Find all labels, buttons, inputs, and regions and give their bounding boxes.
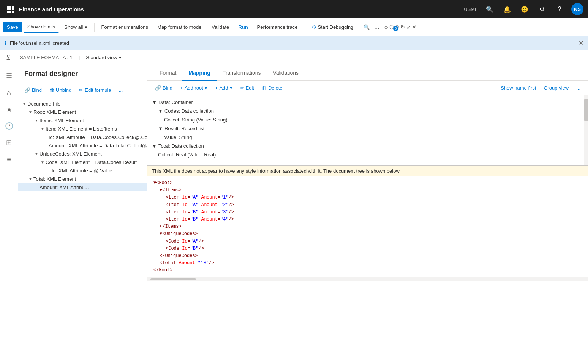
info-close-button[interactable]: ✕ (579, 39, 583, 47)
show-all-button[interactable]: Show all ▾ (60, 22, 91, 32)
edit-formula-button[interactable]: ✏ Edit formula (76, 86, 114, 95)
tree-toggle[interactable]: ▼ (27, 176, 33, 182)
view-dropdown[interactable]: Standard view ▾ (86, 55, 121, 60)
tree-toggle[interactable]: ▼ (27, 109, 33, 115)
map-format-button[interactable]: Map format to model (153, 22, 206, 32)
tree-item[interactable]: ▶ Id: XML Attribute = Data.Codes.Collect… (18, 133, 147, 141)
mapping-bind-button[interactable]: 🔗 Bind (152, 84, 175, 92)
mapping-item[interactable]: Value: String (147, 133, 588, 142)
mapping-item[interactable]: ▼ Data: Container (147, 98, 588, 107)
tree-item[interactable]: ▼ Document: File (18, 99, 147, 108)
notification-icon[interactable]: 🔔 (501, 3, 513, 15)
mapping-item[interactable]: ▼ Codes: Data collection (147, 107, 588, 115)
search-icon[interactable]: 🔍 (484, 3, 495, 15)
validate-button[interactable]: Validate (208, 22, 233, 32)
page-header-row: ⊻ SAMPLE FORMAT A : 1 | Standard view ▾ (0, 50, 588, 65)
xml-line: </UniqueCodes> (153, 252, 582, 260)
tree-item[interactable]: ▼ Total: XML Element (18, 175, 147, 183)
save-button[interactable]: Save (3, 22, 22, 32)
tree-item-selected[interactable]: ▶ Amount: XML Attribu... (18, 183, 147, 191)
delete-button[interactable]: 🗑 Delete (259, 84, 286, 92)
tab-validations[interactable]: Validations (267, 65, 305, 81)
help-icon[interactable]: ? (554, 3, 565, 15)
start-debugging-button[interactable]: ⚙ Start Debugging (308, 22, 357, 32)
view-label: Standard view (86, 55, 117, 60)
nav-icons: USMF 🔍 🔔 🙂 ⚙ ? NS (464, 3, 583, 15)
add-button[interactable]: + Add ▾ (212, 84, 236, 92)
toolbar-more-button[interactable]: ... (371, 22, 382, 32)
mapping-item[interactable]: Collect: String (Value: String) (147, 115, 588, 124)
tree-toggle[interactable]: ▼ (33, 151, 40, 157)
bind-icon: 🔗 (155, 85, 161, 91)
svg-rect-5 (12, 8, 14, 10)
tab-format[interactable]: Format (153, 65, 182, 81)
sidebar-menu-icon[interactable]: ☰ (2, 68, 17, 84)
tree-toggle[interactable]: ▼ (33, 117, 40, 123)
avatar[interactable]: NS (571, 3, 583, 15)
toolbar-search-icon[interactable]: 🔍 (364, 24, 370, 30)
sidebar-favorites-icon[interactable]: ★ (2, 102, 17, 117)
svg-rect-2 (12, 6, 14, 8)
debug-icon: ⚙ (312, 24, 316, 30)
sidebar-list-icon[interactable]: ≡ (2, 152, 17, 167)
show-details-button[interactable]: Show details (24, 22, 59, 33)
page-title: Format designer (24, 70, 141, 78)
sidebar-workspaces-icon[interactable]: ⊞ (2, 135, 17, 150)
scrollbar-thumb[interactable] (584, 99, 588, 121)
svg-rect-3 (7, 8, 9, 10)
unbind-button[interactable]: 🗑 Unbind (46, 86, 74, 95)
separator-3 (360, 23, 360, 32)
mapping-item[interactable]: ▼ Result: Record list (147, 124, 588, 133)
extension-icon[interactable]: ⬡ (389, 24, 394, 30)
sidebar-home-icon[interactable]: ⌂ (2, 85, 17, 100)
mapping-item[interactable]: Collect: Real (Value: Real) (147, 150, 588, 159)
tree-item[interactable]: ▼ Root: XML Element (18, 108, 147, 116)
separator-2 (305, 23, 305, 32)
filter-icon[interactable]: ⊻ (6, 54, 11, 61)
tree-item[interactable]: ▼ Items: XML Element (18, 116, 147, 124)
container-toggle[interactable]: ▼ (152, 99, 157, 105)
sidebar-recent-icon[interactable]: 🕐 (2, 118, 17, 134)
tree-toggle[interactable]: ▼ (21, 101, 27, 107)
waffle-icon[interactable] (5, 3, 16, 15)
format-enumerations-button[interactable]: Format enumerations (98, 22, 152, 32)
add-root-button[interactable]: + Add root ▾ (177, 84, 210, 92)
xml-line: <Total Amount="10"/> (153, 260, 582, 267)
performance-trace-button[interactable]: Performance trace (253, 22, 302, 32)
codes-toggle[interactable]: ▼ (158, 108, 163, 114)
total-toggle[interactable]: ▼ (152, 143, 157, 149)
tree-toggle[interactable]: ▼ (40, 126, 46, 132)
delete-icon: 🗑 (262, 85, 267, 91)
run-button[interactable]: Run (234, 22, 251, 32)
settings-icon[interactable]: ⚙ (536, 3, 548, 15)
breadcrumb: SAMPLE FORMAT A : 1 (20, 55, 73, 60)
smiley-icon[interactable]: 🙂 (519, 3, 530, 15)
tab-mapping[interactable]: Mapping (182, 65, 217, 81)
notification-badge-area: ⬡ 6 (395, 24, 399, 30)
tree-item[interactable]: ▶ Amount: XML Attribute = Data.Total.Col… (18, 141, 147, 150)
tree-item[interactable]: ▼ UniqueCodes: XML Element (18, 150, 147, 158)
expand-icon[interactable]: ⤢ (406, 24, 411, 30)
show-name-first-button[interactable]: Show name first (498, 84, 539, 92)
horizontal-scrollbar[interactable] (147, 277, 588, 281)
main-area: ☰ ⌂ ★ 🕐 ⊞ ≡ Format designer 🔗 Bind 🗑 Unb… (0, 65, 588, 364)
mapping-item[interactable]: ▼ Total: Data collection (147, 142, 588, 150)
tree-item[interactable]: ▶ Id: XML Attribute = @.Value (18, 166, 147, 175)
group-view-button[interactable]: Group view (541, 84, 572, 92)
result-toggle[interactable]: ▼ (158, 126, 163, 131)
tree-item[interactable]: ▼ Code: XML Element = Data.Codes.Result (18, 158, 147, 166)
mapping-tree: ▼ Data: Container ▼ Codes: Data collecti… (147, 95, 588, 162)
add-dropdown-icon: ▾ (230, 85, 232, 91)
bind-button[interactable]: 🔗 Bind (21, 86, 45, 95)
tree-toggle[interactable]: ▼ (40, 159, 46, 165)
content-wrapper: Format designer 🔗 Bind 🗑 Unbind ✏ Edit f… (18, 65, 588, 364)
diamond-icon[interactable]: ◇ (384, 24, 388, 30)
mapping-more-button[interactable]: ... (573, 84, 583, 92)
edit-mapping-button[interactable]: ✏ Edit (237, 84, 257, 92)
tab-transformations[interactable]: Transformations (217, 65, 267, 81)
close-icon[interactable]: ✕ (412, 24, 416, 30)
left-more-button[interactable]: ... (116, 86, 126, 95)
refresh-icon[interactable]: ↻ (401, 24, 405, 30)
h-scrollbar-thumb[interactable] (150, 278, 196, 280)
tree-item[interactable]: ▼ Item: XML Element = ListofItems (18, 124, 147, 133)
